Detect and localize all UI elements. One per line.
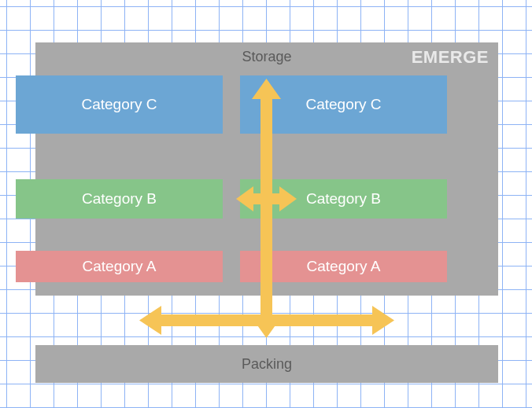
category-label: Category A — [83, 258, 157, 275]
category-a-right: Category A — [240, 251, 447, 282]
packing-label: Packing — [242, 356, 292, 373]
category-c-left: Category C — [16, 75, 223, 134]
svg-rect-6 — [157, 314, 376, 326]
category-label: Category C — [81, 96, 157, 113]
packing-container: Packing — [35, 345, 498, 383]
watermark-logo: EMERGE — [412, 47, 489, 68]
category-label: Category B — [82, 190, 157, 208]
svg-marker-8 — [372, 306, 394, 335]
category-label: Category C — [305, 96, 381, 113]
category-label: Category B — [306, 190, 381, 208]
category-c-right: Category C — [240, 75, 447, 134]
category-label: Category A — [307, 258, 381, 275]
svg-marker-2 — [252, 318, 281, 338]
category-a-left: Category A — [16, 251, 223, 282]
diagram-canvas: Storage EMERGE Category C Category C Cat… — [0, 0, 532, 408]
bottom-horizontal-double-arrow-icon — [139, 306, 394, 335]
category-b-left: Category B — [16, 179, 223, 219]
category-b-right: Category B — [240, 179, 447, 219]
svg-marker-7 — [139, 306, 161, 335]
